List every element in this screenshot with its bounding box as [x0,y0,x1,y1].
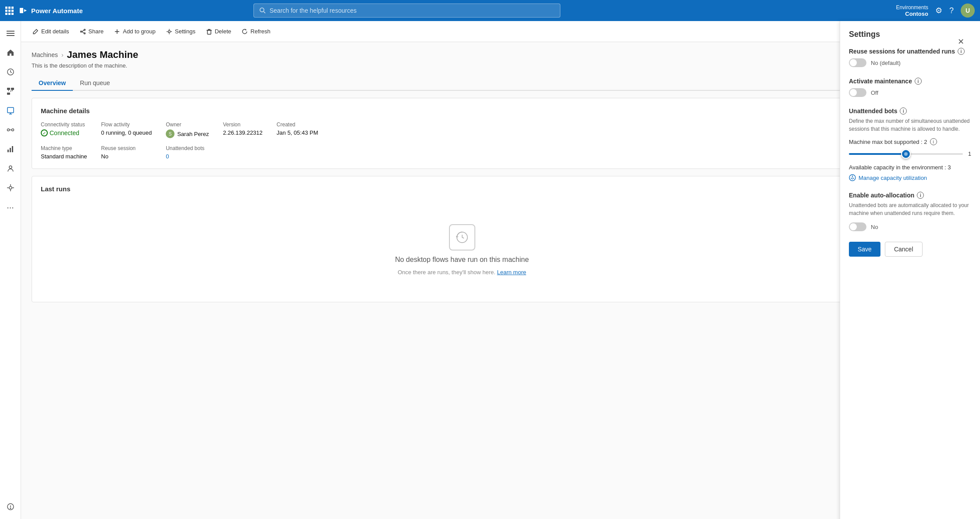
sidebar-item-analytics[interactable] [2,140,19,158]
settings-icon [166,29,172,35]
auto-allocation-toggle-thumb [850,223,857,230]
machine-max-label: Machine max bot supported : 2 i [849,138,971,145]
sidebar-item-more[interactable]: ··· [2,198,19,216]
manage-capacity-link[interactable]: Manage capacity utilization [849,174,971,181]
settings-title: Settings [849,30,971,39]
unattended-bots-link[interactable]: 0 [166,153,169,160]
last-runs-header: Last runs See all runs [41,185,883,200]
search-icon [259,7,266,14]
reuse-sessions-section: Reuse sessions for unattended runs i No … [849,48,971,67]
svg-rect-10 [7,107,14,113]
content-area: Edit details Share Add to group Settings… [21,21,980,519]
settings-actions: Save Cancel [849,242,971,257]
unattended-bots-desc: Define the max number of simultaneous un… [849,117,971,133]
share-button[interactable]: Share [75,25,108,37]
svg-rect-5 [7,35,14,36]
detail-grid: Connectivity status Connected Flow activ… [41,122,883,160]
machine-type-label: Machine type [41,145,87,151]
settings-close-button[interactable]: ✕ [958,37,964,47]
empty-icon [449,224,475,251]
search-input[interactable] [270,7,555,14]
svg-rect-7 [7,88,10,90]
maintenance-toggle-row: Off [849,88,971,97]
refresh-button[interactable]: Refresh [237,25,275,37]
help-icon[interactable]: ? [949,6,954,15]
reuse-sessions-title: Reuse sessions for unattended runs i [849,48,971,55]
top-nav: Power Automate Environments Contoso ⚙ ? … [0,0,980,21]
slider-thumb-inner [904,152,908,156]
created-value: Jan 5, 05:43 PM [277,129,883,136]
page-description: This is the description of the machine. [32,62,969,69]
svg-rect-9 [7,93,10,95]
sidebar-item-menu[interactable] [2,25,19,42]
version-value: 2.26.139.22312 [223,129,262,136]
share-icon [80,29,86,35]
svg-rect-3 [7,31,14,32]
slider-fill [849,153,906,155]
learn-more-link[interactable]: Learn more [497,269,526,276]
connectivity-status-item: Connectivity status Connected [41,122,87,138]
sidebar-item-machines[interactable] [2,102,19,119]
settings-icon[interactable]: ⚙ [935,6,942,15]
edit-icon [32,29,39,35]
unattended-bots-info-icon[interactable]: i [900,107,907,115]
reuse-sessions-info-icon[interactable]: i [958,48,965,55]
svg-point-26 [80,31,82,32]
breadcrumb-sep: › [61,51,64,58]
capacity-info: Available capacity in the environment : … [849,164,971,171]
main-grid: Machine details Connectivity status Conn… [32,98,969,302]
reuse-session-item: Reuse session No [101,145,152,160]
created-item: Created Jan 5, 05:43 PM [277,122,883,138]
search-bar[interactable] [253,4,560,18]
breadcrumb-parent[interactable]: Machines [32,51,58,58]
auto-allocation-info-icon[interactable]: i [917,192,924,199]
page-content: Machines › James Machine This is the des… [21,42,980,519]
add-to-group-button[interactable]: Add to group [110,25,160,37]
user-avatar[interactable]: U [961,4,975,18]
status-dot [41,129,48,136]
owner-avatar: S [166,129,175,138]
slider-thumb[interactable] [901,149,911,159]
tab-run-queue[interactable]: Run queue [73,76,117,91]
waffle-icon[interactable] [5,7,14,15]
svg-point-31 [168,30,170,32]
environment-selector[interactable]: Environments Contoso [896,4,928,17]
reuse-sessions-toggle-row: No (default) [849,58,971,67]
manage-capacity-icon [849,174,856,181]
reuse-sessions-toggle[interactable] [849,58,866,67]
svg-line-28 [82,32,84,33]
auto-allocation-title: Enable auto-allocation i [849,192,971,199]
environment-name: Contoso [905,11,928,17]
auto-allocation-toggle[interactable] [849,222,866,231]
reuse-session-label: Reuse session [101,145,152,151]
maintenance-info-icon[interactable]: i [915,78,922,85]
svg-point-1 [260,8,264,12]
sidebar-item-home[interactable] [2,44,19,61]
settings-button[interactable]: Settings [162,25,200,37]
reuse-session-value: No [101,153,152,160]
connectivity-label: Connectivity status [41,122,87,128]
svg-rect-0 [20,8,23,13]
sidebar-item-connections[interactable] [2,121,19,139]
sidebar-item-bottom[interactable] [2,498,19,515]
svg-rect-17 [10,148,11,152]
slider-track [849,153,963,155]
svg-point-19 [9,166,12,168]
machine-max-info-icon[interactable]: i [930,138,937,145]
cancel-button[interactable]: Cancel [885,242,923,257]
sidebar-item-activity[interactable] [2,63,19,81]
save-button[interactable]: Save [849,242,880,257]
sidebar: ··· [0,21,21,519]
settings-panel: Settings ✕ Reuse sessions for unattended… [840,21,980,519]
svg-point-25 [84,32,85,34]
sidebar-item-ai[interactable] [2,179,19,197]
connectivity-value: Connected [41,129,87,136]
delete-button[interactable]: Delete [202,25,236,37]
add-icon [114,29,120,35]
sidebar-item-flows[interactable] [2,82,19,100]
svg-rect-4 [7,33,14,34]
sidebar-item-shared[interactable] [2,160,19,177]
tab-overview[interactable]: Overview [32,76,73,91]
edit-details-button[interactable]: Edit details [28,25,74,37]
maintenance-toggle[interactable] [849,88,866,97]
